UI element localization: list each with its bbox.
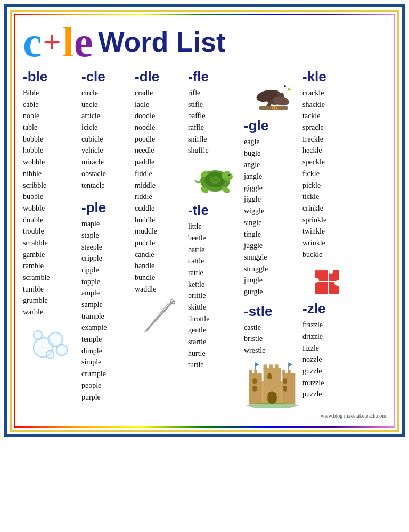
list-item: wobble <box>23 203 79 214</box>
svg-rect-59 <box>283 386 287 392</box>
list-item: drizzle <box>302 331 354 343</box>
list-item: middle <box>135 180 186 192</box>
list-item: dimple <box>81 345 133 357</box>
list-item: cradle <box>135 87 186 99</box>
list-item: scramble <box>23 272 79 284</box>
letter-l: l <box>62 21 74 63</box>
list-item: kettle <box>188 279 242 290</box>
list-item: beetle <box>188 232 242 244</box>
list-item: noble <box>23 110 79 122</box>
list-item: puzzle <box>302 388 354 400</box>
list-item: fickle <box>302 168 354 180</box>
gle-stle-column: -gle eagle bugle angle jangle giggle jig… <box>244 69 302 411</box>
main-columns: -ble Bible cable noble table bobble hobb… <box>23 69 386 411</box>
fle-tle-column: -fle rifle stifle baffle raffle sniffle … <box>188 69 244 411</box>
svg-point-11 <box>52 335 54 337</box>
svg-point-10 <box>39 343 41 345</box>
list-item: bundle <box>135 272 186 284</box>
cle-header: -cle <box>81 69 133 85</box>
list-item: grumble <box>23 295 79 306</box>
list-item: wrinkle <box>302 237 354 249</box>
list-item: rifle <box>188 87 242 99</box>
list-item: shuffle <box>188 145 242 156</box>
list-item: tickle <box>302 191 354 203</box>
dle-list: cradle ladle doodle noodle poodle needle… <box>135 87 186 295</box>
svg-point-5 <box>56 345 67 355</box>
list-item: example <box>81 322 133 334</box>
tle-header: -tle <box>188 202 242 219</box>
content-area: c + l e Word List -ble Bible cable noble… <box>14 14 395 428</box>
list-item: Bible <box>23 87 79 99</box>
list-item: bubble <box>23 191 79 203</box>
fle-list: rifle stifle baffle raffle sniffle shuff… <box>188 87 242 156</box>
header-letters: c + l e <box>23 21 93 63</box>
list-item: trample <box>81 311 133 322</box>
letter-c: c <box>23 21 42 63</box>
list-item: startle <box>188 336 242 348</box>
svg-rect-52 <box>288 370 291 375</box>
list-item: heckle <box>302 145 354 156</box>
list-item: eagle <box>244 136 300 148</box>
list-item: stifle <box>188 99 242 111</box>
outer-border: c + l e Word List -ble Bible cable noble… <box>4 4 405 437</box>
svg-line-14 <box>147 301 174 330</box>
turtle-image <box>188 161 242 198</box>
fle-header: -fle <box>188 69 242 85</box>
list-item: staple <box>81 230 133 242</box>
list-item: puddle <box>135 237 186 249</box>
svg-marker-63 <box>255 362 259 367</box>
list-item: paddle <box>135 156 186 168</box>
list-item: cripple <box>81 253 133 264</box>
list-item: ramble <box>23 260 79 272</box>
list-item: cable <box>23 99 79 111</box>
ple-header: -ple <box>81 200 133 216</box>
list-item: guzzle <box>302 365 354 377</box>
list-item: buckle <box>302 249 354 261</box>
list-item: needle <box>135 145 186 156</box>
list-item: bristle <box>244 333 300 345</box>
gle-header: -gle <box>244 118 300 134</box>
list-item: juggle <box>244 240 300 252</box>
list-item: steeple <box>81 242 133 253</box>
page-title: Word List <box>98 26 225 58</box>
list-item: pickle <box>302 180 354 192</box>
svg-rect-61 <box>267 391 276 404</box>
list-item: wiggle <box>244 205 300 217</box>
list-item: topple <box>81 276 133 288</box>
list-item: huddle <box>135 214 186 226</box>
eagle-image <box>244 72 300 114</box>
zle-list: frazzle drizzle fizzle nozzle guzzle muz… <box>302 319 354 400</box>
list-item: crackle <box>302 87 354 99</box>
list-item: jungle <box>244 275 300 286</box>
gle-list: eagle bugle angle jangle giggle jiggle w… <box>244 136 300 298</box>
list-item: cuddle <box>135 203 186 214</box>
kle-header: -kle <box>302 69 354 85</box>
svg-rect-60 <box>267 373 272 379</box>
list-item: jiggle <box>244 194 300 205</box>
list-item: gamble <box>23 249 79 261</box>
list-item: simple <box>81 356 133 368</box>
list-item: table <box>23 122 79 134</box>
letter-e: e <box>74 21 93 63</box>
svg-rect-53 <box>264 364 267 370</box>
footer: www.blog.maketaketeach.com <box>23 413 386 419</box>
list-item: icicle <box>81 122 133 134</box>
list-item: raffle <box>188 122 242 134</box>
puzzle-image <box>302 264 354 296</box>
ple-list: maple staple steeple cripple ripple topp… <box>81 218 133 403</box>
svg-point-35 <box>284 85 286 87</box>
header: c + l e Word List <box>23 21 386 63</box>
zle-header: -zle <box>302 301 354 317</box>
list-item: turtle <box>188 359 242 371</box>
cle-ple-column: -cle circle uncle article icicle cubicle… <box>81 69 135 411</box>
list-item: brittle <box>188 290 242 302</box>
list-item: uncle <box>81 99 133 111</box>
list-item: ripple <box>81 264 133 276</box>
list-item: candle <box>135 249 186 261</box>
list-item: hobble <box>23 145 79 156</box>
list-item: spracle <box>302 122 354 134</box>
needle-image <box>135 298 186 335</box>
kle-zle-column: -kle crackle shackle tackle spracle frec… <box>302 69 356 411</box>
svg-marker-65 <box>289 362 293 367</box>
list-item: purple <box>81 392 133 403</box>
